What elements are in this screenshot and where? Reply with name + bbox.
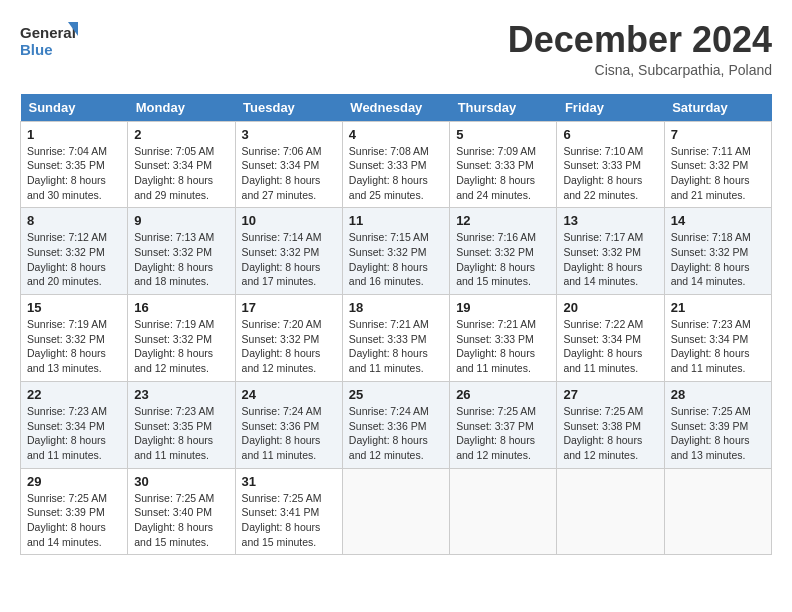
- day-number: 26: [456, 387, 550, 402]
- day-info: Sunrise: 7:25 AMSunset: 3:37 PMDaylight:…: [456, 404, 550, 463]
- calendar-cell: 1Sunrise: 7:04 AMSunset: 3:35 PMDaylight…: [21, 121, 128, 208]
- day-number: 29: [27, 474, 121, 489]
- weekday-header-monday: Monday: [128, 94, 235, 122]
- day-number: 3: [242, 127, 336, 142]
- calendar-cell: 14Sunrise: 7:18 AMSunset: 3:32 PMDayligh…: [664, 208, 771, 295]
- day-info: Sunrise: 7:21 AMSunset: 3:33 PMDaylight:…: [349, 317, 443, 376]
- day-number: 30: [134, 474, 228, 489]
- day-number: 18: [349, 300, 443, 315]
- day-info: Sunrise: 7:04 AMSunset: 3:35 PMDaylight:…: [27, 144, 121, 203]
- day-number: 20: [563, 300, 657, 315]
- day-number: 13: [563, 213, 657, 228]
- day-info: Sunrise: 7:21 AMSunset: 3:33 PMDaylight:…: [456, 317, 550, 376]
- day-info: Sunrise: 7:25 AMSunset: 3:40 PMDaylight:…: [134, 491, 228, 550]
- calendar-week-row: 22Sunrise: 7:23 AMSunset: 3:34 PMDayligh…: [21, 381, 772, 468]
- weekday-header-tuesday: Tuesday: [235, 94, 342, 122]
- day-number: 8: [27, 213, 121, 228]
- calendar-cell: 25Sunrise: 7:24 AMSunset: 3:36 PMDayligh…: [342, 381, 449, 468]
- calendar-cell: 8Sunrise: 7:12 AMSunset: 3:32 PMDaylight…: [21, 208, 128, 295]
- day-info: Sunrise: 7:22 AMSunset: 3:34 PMDaylight:…: [563, 317, 657, 376]
- day-number: 4: [349, 127, 443, 142]
- calendar-week-row: 29Sunrise: 7:25 AMSunset: 3:39 PMDayligh…: [21, 468, 772, 555]
- calendar-cell: 18Sunrise: 7:21 AMSunset: 3:33 PMDayligh…: [342, 295, 449, 382]
- day-info: Sunrise: 7:24 AMSunset: 3:36 PMDaylight:…: [242, 404, 336, 463]
- calendar-cell: 12Sunrise: 7:16 AMSunset: 3:32 PMDayligh…: [450, 208, 557, 295]
- calendar-cell: 23Sunrise: 7:23 AMSunset: 3:35 PMDayligh…: [128, 381, 235, 468]
- calendar-cell: 6Sunrise: 7:10 AMSunset: 3:33 PMDaylight…: [557, 121, 664, 208]
- location: Cisna, Subcarpathia, Poland: [508, 62, 772, 78]
- day-info: Sunrise: 7:25 AMSunset: 3:39 PMDaylight:…: [671, 404, 765, 463]
- day-number: 11: [349, 213, 443, 228]
- day-info: Sunrise: 7:10 AMSunset: 3:33 PMDaylight:…: [563, 144, 657, 203]
- calendar-cell: 7Sunrise: 7:11 AMSunset: 3:32 PMDaylight…: [664, 121, 771, 208]
- calendar-cell: 31Sunrise: 7:25 AMSunset: 3:41 PMDayligh…: [235, 468, 342, 555]
- calendar-cell: 4Sunrise: 7:08 AMSunset: 3:33 PMDaylight…: [342, 121, 449, 208]
- day-number: 24: [242, 387, 336, 402]
- calendar-cell: [664, 468, 771, 555]
- day-number: 27: [563, 387, 657, 402]
- calendar-cell: 30Sunrise: 7:25 AMSunset: 3:40 PMDayligh…: [128, 468, 235, 555]
- day-number: 23: [134, 387, 228, 402]
- svg-text:Blue: Blue: [20, 41, 53, 58]
- day-info: Sunrise: 7:05 AMSunset: 3:34 PMDaylight:…: [134, 144, 228, 203]
- month-title: December 2024: [508, 20, 772, 60]
- day-info: Sunrise: 7:19 AMSunset: 3:32 PMDaylight:…: [134, 317, 228, 376]
- day-info: Sunrise: 7:16 AMSunset: 3:32 PMDaylight:…: [456, 230, 550, 289]
- weekday-header-sunday: Sunday: [21, 94, 128, 122]
- calendar-cell: 26Sunrise: 7:25 AMSunset: 3:37 PMDayligh…: [450, 381, 557, 468]
- calendar-cell: 22Sunrise: 7:23 AMSunset: 3:34 PMDayligh…: [21, 381, 128, 468]
- calendar-cell: [342, 468, 449, 555]
- day-number: 15: [27, 300, 121, 315]
- calendar-cell: 17Sunrise: 7:20 AMSunset: 3:32 PMDayligh…: [235, 295, 342, 382]
- calendar-cell: 20Sunrise: 7:22 AMSunset: 3:34 PMDayligh…: [557, 295, 664, 382]
- day-number: 2: [134, 127, 228, 142]
- day-number: 17: [242, 300, 336, 315]
- day-number: 1: [27, 127, 121, 142]
- weekday-header-wednesday: Wednesday: [342, 94, 449, 122]
- calendar-cell: 21Sunrise: 7:23 AMSunset: 3:34 PMDayligh…: [664, 295, 771, 382]
- day-number: 14: [671, 213, 765, 228]
- calendar-table: SundayMondayTuesdayWednesdayThursdayFrid…: [20, 94, 772, 556]
- day-info: Sunrise: 7:09 AMSunset: 3:33 PMDaylight:…: [456, 144, 550, 203]
- calendar-cell: 16Sunrise: 7:19 AMSunset: 3:32 PMDayligh…: [128, 295, 235, 382]
- calendar-cell: 29Sunrise: 7:25 AMSunset: 3:39 PMDayligh…: [21, 468, 128, 555]
- calendar-cell: [450, 468, 557, 555]
- day-info: Sunrise: 7:11 AMSunset: 3:32 PMDaylight:…: [671, 144, 765, 203]
- day-info: Sunrise: 7:13 AMSunset: 3:32 PMDaylight:…: [134, 230, 228, 289]
- day-info: Sunrise: 7:24 AMSunset: 3:36 PMDaylight:…: [349, 404, 443, 463]
- svg-text:General: General: [20, 24, 76, 41]
- calendar-cell: 3Sunrise: 7:06 AMSunset: 3:34 PMDaylight…: [235, 121, 342, 208]
- weekday-header-friday: Friday: [557, 94, 664, 122]
- day-info: Sunrise: 7:12 AMSunset: 3:32 PMDaylight:…: [27, 230, 121, 289]
- calendar-week-row: 8Sunrise: 7:12 AMSunset: 3:32 PMDaylight…: [21, 208, 772, 295]
- calendar-week-row: 15Sunrise: 7:19 AMSunset: 3:32 PMDayligh…: [21, 295, 772, 382]
- calendar-cell: 28Sunrise: 7:25 AMSunset: 3:39 PMDayligh…: [664, 381, 771, 468]
- day-info: Sunrise: 7:25 AMSunset: 3:41 PMDaylight:…: [242, 491, 336, 550]
- calendar-cell: 2Sunrise: 7:05 AMSunset: 3:34 PMDaylight…: [128, 121, 235, 208]
- day-info: Sunrise: 7:14 AMSunset: 3:32 PMDaylight:…: [242, 230, 336, 289]
- day-info: Sunrise: 7:23 AMSunset: 3:35 PMDaylight:…: [134, 404, 228, 463]
- day-number: 19: [456, 300, 550, 315]
- calendar-header: SundayMondayTuesdayWednesdayThursdayFrid…: [21, 94, 772, 122]
- calendar-cell: 19Sunrise: 7:21 AMSunset: 3:33 PMDayligh…: [450, 295, 557, 382]
- day-info: Sunrise: 7:17 AMSunset: 3:32 PMDaylight:…: [563, 230, 657, 289]
- day-number: 6: [563, 127, 657, 142]
- calendar-week-row: 1Sunrise: 7:04 AMSunset: 3:35 PMDaylight…: [21, 121, 772, 208]
- logo: GeneralBlue: [20, 20, 80, 60]
- calendar-cell: 27Sunrise: 7:25 AMSunset: 3:38 PMDayligh…: [557, 381, 664, 468]
- day-number: 22: [27, 387, 121, 402]
- title-block: December 2024 Cisna, Subcarpathia, Polan…: [508, 20, 772, 78]
- day-number: 25: [349, 387, 443, 402]
- calendar-cell: 11Sunrise: 7:15 AMSunset: 3:32 PMDayligh…: [342, 208, 449, 295]
- day-number: 16: [134, 300, 228, 315]
- page-header: GeneralBlue December 2024 Cisna, Subcarp…: [20, 20, 772, 78]
- day-info: Sunrise: 7:25 AMSunset: 3:39 PMDaylight:…: [27, 491, 121, 550]
- day-number: 9: [134, 213, 228, 228]
- day-number: 21: [671, 300, 765, 315]
- calendar-cell: 5Sunrise: 7:09 AMSunset: 3:33 PMDaylight…: [450, 121, 557, 208]
- day-info: Sunrise: 7:06 AMSunset: 3:34 PMDaylight:…: [242, 144, 336, 203]
- calendar-cell: 10Sunrise: 7:14 AMSunset: 3:32 PMDayligh…: [235, 208, 342, 295]
- day-number: 10: [242, 213, 336, 228]
- weekday-header-thursday: Thursday: [450, 94, 557, 122]
- calendar-cell: [557, 468, 664, 555]
